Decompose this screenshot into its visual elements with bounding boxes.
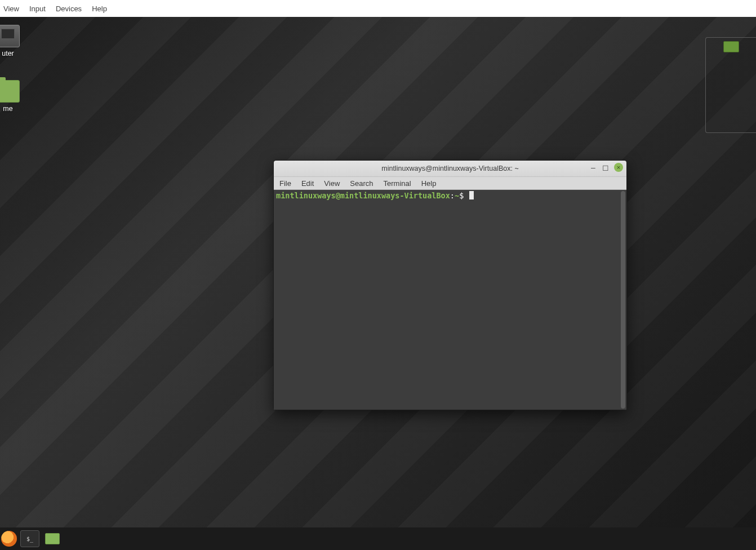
prompt-dollar: $ bbox=[459, 191, 464, 200]
terminal-menu-view[interactable]: View bbox=[324, 179, 340, 188]
panel-launcher-files[interactable] bbox=[43, 530, 62, 547]
vbox-menu-help[interactable]: Help bbox=[92, 5, 107, 13]
vbox-menu-input[interactable]: Input bbox=[29, 5, 46, 13]
terminal-menu-search[interactable]: Search bbox=[350, 179, 373, 188]
desktop[interactable]: uter me mintlinuxways@mintlinuxways-Virt… bbox=[0, 17, 756, 527]
prompt-userhost: mintlinuxways@mintlinuxways-VirtualBox bbox=[276, 191, 450, 200]
vbox-host-menubar: View Input Devices Help bbox=[0, 0, 756, 17]
workspace-switcher[interactable] bbox=[705, 37, 756, 133]
panel-task-terminal[interactable] bbox=[20, 530, 39, 547]
vbox-menu-view[interactable]: View bbox=[3, 5, 19, 13]
terminal-prompt-line: mintlinuxways@mintlinuxways-VirtualBox:~… bbox=[276, 191, 624, 200]
bottom-panel bbox=[0, 527, 756, 550]
terminal-cursor-icon bbox=[469, 191, 474, 199]
window-title: mintlinuxways@mintlinuxways-VirtualBox: … bbox=[381, 165, 518, 172]
terminal-menu-edit[interactable]: Edit bbox=[301, 179, 314, 188]
desktop-icon-label: me bbox=[0, 105, 30, 113]
desktop-icon-home[interactable]: me bbox=[0, 80, 30, 113]
vbox-menu-devices[interactable]: Devices bbox=[56, 5, 82, 13]
desktop-icon-computer[interactable]: uter bbox=[0, 25, 30, 57]
computer-icon bbox=[0, 25, 20, 47]
desktop-icon-label: uter bbox=[0, 50, 30, 57]
workspace-thumb-icon bbox=[723, 41, 739, 52]
window-titlebar[interactable]: mintlinuxways@mintlinuxways-VirtualBox: … bbox=[274, 161, 626, 176]
terminal-menu-file[interactable]: File bbox=[279, 179, 291, 188]
terminal-menu-help[interactable]: Help bbox=[421, 179, 437, 188]
terminal-scrollbar[interactable] bbox=[621, 191, 625, 409]
window-controls: – ◻ × bbox=[589, 163, 623, 172]
terminal-menubar: File Edit View Search Terminal Help bbox=[274, 176, 626, 190]
prompt-path: ~ bbox=[455, 191, 459, 200]
prompt-sep: : bbox=[450, 191, 455, 200]
window-close-button[interactable]: × bbox=[614, 163, 623, 172]
terminal-window: mintlinuxways@mintlinuxways-VirtualBox: … bbox=[273, 160, 627, 410]
terminal-body[interactable]: mintlinuxways@mintlinuxways-VirtualBox:~… bbox=[274, 190, 626, 410]
panel-launcher-firefox[interactable] bbox=[1, 531, 17, 547]
terminal-menu-terminal[interactable]: Terminal bbox=[384, 179, 411, 188]
window-maximize-button[interactable]: ◻ bbox=[602, 163, 610, 171]
folder-home-icon bbox=[0, 80, 20, 103]
window-minimize-button[interactable]: – bbox=[589, 163, 597, 171]
